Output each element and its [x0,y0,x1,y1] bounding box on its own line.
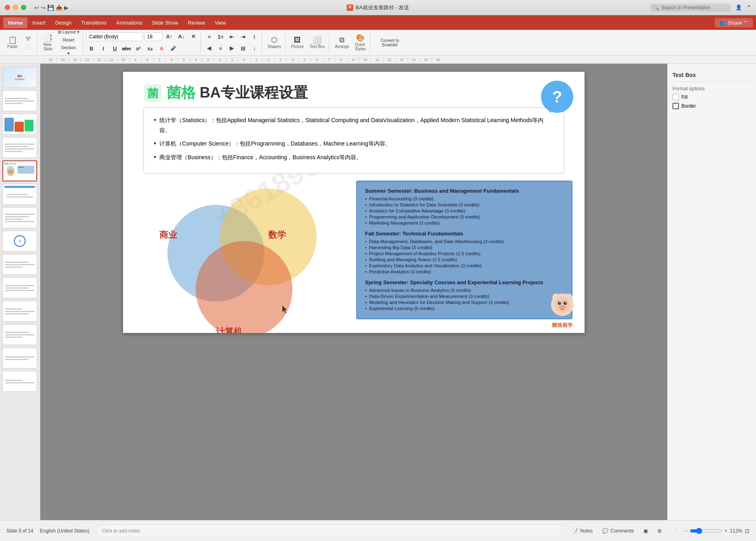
redo-button[interactable]: ↪ [41,4,46,11]
menu-review[interactable]: Review [183,17,210,28]
slide-thumb-5[interactable]: 5 菌格 BA专业 Courses [2,160,37,181]
superscript-button[interactable]: x² [133,44,144,54]
present-button[interactable]: ▶ [64,4,69,11]
share-icon[interactable]: 📤 [56,4,63,11]
slide-thumb-6[interactable]: 6 [2,184,37,205]
cut-button[interactable]: ✂️ [21,35,36,42]
zoom-in-icon[interactable]: + [725,528,727,534]
subscript-button[interactable]: x₂ [145,44,155,54]
course-item-f4: •Building and Managing Teams (1.5 credit… [365,257,564,262]
arrange-label: Arrange [335,44,349,49]
font-shrink-button[interactable]: A↓ [176,31,187,42]
slide-thumb-8[interactable]: 8 ⬡ [2,231,37,252]
slide-thumb-12[interactable]: 12 [2,324,37,345]
slide-thumb-11[interactable]: 11 [2,301,37,322]
font-grow-button[interactable]: A↑ [164,31,175,42]
course-box[interactable]: Summer Semester: Business and Management… [356,181,572,319]
slide-thumb-9[interactable]: 9 [2,254,37,275]
minimize-button[interactable] [13,5,18,10]
course-item-f2: •Harvesting Big Data (3 credits) [365,245,564,250]
zoom-slider[interactable] [690,528,722,534]
paste-button[interactable]: 📋 Paste [5,35,20,50]
fit-window-icon[interactable]: ⊡ [745,528,750,534]
slide-thumb-3[interactable]: 3 [2,114,37,135]
border-swatch[interactable] [672,103,679,109]
align-center-button[interactable]: ≡ [215,43,226,54]
increase-indent-button[interactable]: ⇥ [238,31,249,42]
section-button[interactable]: Section ▾ [56,44,81,57]
comments-button[interactable]: 💬 Comments [600,527,636,535]
align-left-button[interactable]: ⫷ [204,43,215,54]
justify-button[interactable]: ⊟ [238,43,249,54]
new-slide-button[interactable]: 📑 NewSlide [41,33,55,53]
font-color-button[interactable]: A [157,44,167,54]
comments-label: Comments [610,528,634,534]
notes-placeholder[interactable]: Click to add notes [102,528,140,534]
menu-design[interactable]: Design [50,17,76,28]
fill-swatch[interactable] [672,94,679,100]
slide-sorter-button[interactable]: ⊞ [655,527,664,535]
menu-animations[interactable]: Animations [111,17,147,28]
italic-button[interactable]: I [98,44,109,54]
notes-button[interactable]: 📝 Notes [570,527,595,535]
picture-button[interactable]: 🖼 Picture [289,35,306,50]
numbered-list-button[interactable]: 1≡ [215,31,226,42]
search-box[interactable]: 🔍 Search in Presentation [650,4,731,12]
align-right-button[interactable]: ⫸ [227,43,237,54]
ruler: 16 15 14 13 12 11 10 9 8 7 6 5 4 3 2 1 0… [0,56,756,64]
reset-button[interactable]: Reset [56,37,81,43]
ruler-mark: 14 [69,58,81,62]
content-box[interactable]: • 统计学（Statistics）：包括Applied Managerial S… [143,107,564,174]
convert-smartart-button[interactable]: Convert to SmartArt [374,37,406,49]
shapes-button[interactable]: ⬡ Shapes [265,35,284,50]
share-button[interactable]: 👥 Share ⌃ [715,18,753,27]
font-name-input[interactable] [86,32,143,41]
course-item-f6: •Predictive Analytics (3 credits) [365,269,564,274]
right-panel-title: Text Box [672,69,751,82]
slide-thumb-13[interactable]: 13 [2,347,37,368]
columns-button[interactable]: ⫶ [249,31,260,42]
ruler-mark: 13 [81,58,93,62]
arrange-button[interactable]: ⧉ Arrange [332,35,352,50]
menu-transitions[interactable]: Transitions [76,17,111,28]
canvas-area[interactable]: +8618961965... 菌 菌格 BA专业课程设置 • 统计学（Stati… [40,64,667,520]
slide-thumb-2[interactable]: 2 [2,90,37,111]
text-highlight-button[interactable]: 🖊 [168,44,179,54]
bullet-list-button[interactable]: ≡ [204,31,215,42]
font-size-input[interactable] [144,32,163,41]
layout-button[interactable]: ⊞ Layout ▾ [56,29,81,35]
slide-canvas[interactable]: +8618961965... 菌 菌格 BA专业课程设置 • 统计学（Stati… [123,72,585,333]
menu-slideshow[interactable]: Slide Show [147,17,183,28]
save-button[interactable]: 💾 [47,4,54,11]
slide-thumb-4[interactable]: 4 [2,137,37,158]
notes-area[interactable]: Click to add notes [97,524,561,537]
menu-view[interactable]: View [210,17,231,28]
slide-thumb-7[interactable]: 7 [2,207,37,228]
quick-styles-button[interactable]: 🎨 QuickStyles [353,33,368,53]
textbox-icon: ⬜ [313,36,322,44]
share-icon: 👥 [720,20,726,26]
maximize-button[interactable] [21,5,26,10]
reading-view-button[interactable]: 📄 [669,527,680,535]
clear-format-button[interactable]: ✕ [188,31,199,42]
slide-wrapper-14: 14 [2,371,38,392]
decrease-indent-button[interactable]: ⇤ [227,31,237,42]
textbox-button[interactable]: ⬜ Text Box [307,35,327,50]
slide-thumb-14[interactable]: 14 [2,371,37,392]
slide-thumb-10[interactable]: 10 [2,277,37,298]
copy-button[interactable]: 📄 [21,43,36,50]
strikethrough-button[interactable]: abc [121,44,132,54]
underline-button[interactable]: U [110,44,120,54]
new-slide-label: NewSlide [43,42,52,51]
close-button[interactable] [5,5,10,10]
normal-view-button[interactable]: ▣ [641,527,650,535]
line-spacing-button[interactable]: ↕ [249,43,260,54]
convert-smartart-label: Convert to SmartArt [376,38,403,47]
zoom-out-icon[interactable]: − [685,528,687,534]
svg-point-8 [560,302,561,304]
undo-button[interactable]: ↩ [34,4,39,11]
slide-thumb-1[interactable]: 1 菌格 就业发展路径 [2,67,37,88]
menu-insert[interactable]: Insert [27,17,50,28]
bold-button[interactable]: B [86,44,97,54]
menu-home[interactable]: Home [3,17,27,28]
